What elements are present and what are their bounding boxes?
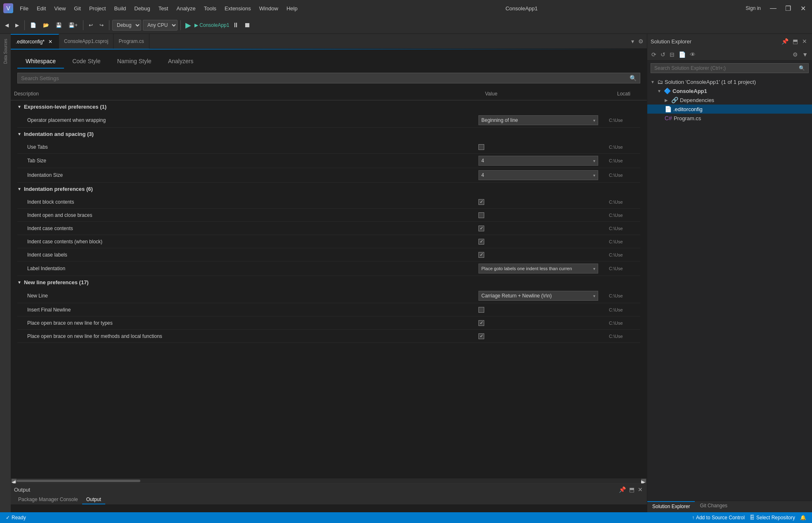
menu-item-help[interactable]: Help: [283, 4, 301, 13]
scrollbar-track[interactable]: [17, 480, 641, 482]
new-project-button[interactable]: 📄: [28, 19, 39, 31]
se-preview-button[interactable]: 👁: [688, 50, 697, 59]
menu-item-test[interactable]: Test: [155, 4, 172, 13]
new-line-dropdown[interactable]: Carriage Return + Newline (\r\n) ▾: [478, 291, 598, 301]
menu-item-project[interactable]: Project: [86, 4, 109, 13]
run-button[interactable]: ▶: [184, 21, 193, 30]
settings-search-input[interactable]: [21, 75, 630, 81]
tab-program[interactable]: Program.cs: [114, 34, 149, 49]
se-filter-button[interactable]: ▼: [800, 50, 810, 59]
notification-bell-button[interactable]: 🔔: [798, 515, 809, 521]
save-button[interactable]: 💾: [53, 19, 64, 31]
se-tab-solution-explorer[interactable]: Solution Explorer: [647, 501, 695, 512]
se-float-button[interactable]: ⬒: [791, 37, 800, 45]
tab-editorconfig[interactable]: .editorconfig* ✕: [11, 34, 59, 49]
indent-braces-checkbox[interactable]: [478, 212, 484, 218]
platform-dropdown[interactable]: Any CPU: [143, 20, 178, 31]
settings-tab-analyzers[interactable]: Analyzers: [160, 55, 201, 69]
row-label-indentation-value: Place goto labels one indent less than c…: [475, 264, 607, 273]
tree-dependencies[interactable]: ▶ 🔗 Dependencies: [647, 95, 812, 105]
settings-tab-whitespace[interactable]: Whitespace: [17, 55, 64, 69]
row-open-brace-methods-desc: Place open brace on new line for methods…: [17, 333, 475, 339]
se-close-button[interactable]: ✕: [800, 37, 809, 45]
output-tab-output[interactable]: Output: [82, 495, 105, 504]
se-new-file-button[interactable]: 📄: [677, 50, 687, 59]
se-tab-git-changes[interactable]: Git Changes: [695, 501, 732, 512]
undo-button[interactable]: ↩: [86, 19, 95, 31]
tree-solution[interactable]: ▼ 🗂 Solution 'ConsoleApp1' (1 of 1 proje…: [647, 77, 812, 86]
menu-item-debug[interactable]: Debug: [131, 4, 153, 13]
menu-item-tools[interactable]: Tools: [201, 4, 220, 13]
se-refresh-button[interactable]: ↺: [659, 50, 667, 59]
status-ready-label: Ready: [12, 515, 26, 521]
se-settings-button[interactable]: ⚙: [791, 50, 800, 59]
indent-case-checkbox[interactable]: ✓: [478, 226, 484, 231]
open-brace-types-checkbox[interactable]: ✓: [478, 320, 484, 326]
sign-in-link[interactable]: Sign in: [742, 4, 764, 13]
menu-item-window[interactable]: Window: [256, 4, 282, 13]
output-panel-title: Output: [14, 487, 30, 493]
menu-item-analyze[interactable]: Analyze: [173, 4, 199, 13]
output-float-button[interactable]: ⬒: [628, 485, 635, 494]
tree-solution-label: Solution 'ConsoleApp1' (1 of 1 project): [665, 79, 756, 85]
indent-case-labels-checkbox[interactable]: ✓: [478, 252, 484, 258]
se-collapse-button[interactable]: ⊟: [668, 50, 676, 59]
tab-list-button[interactable]: ▾: [630, 37, 636, 45]
row-insert-final-newline-location: C:\Use: [607, 307, 640, 312]
menu-item-build[interactable]: Build: [111, 4, 129, 13]
use-tabs-checkbox[interactable]: [478, 144, 484, 150]
stop-button[interactable]: ⏹: [242, 21, 252, 29]
open-button[interactable]: 📂: [40, 19, 52, 31]
scroll-left-button[interactable]: ◀: [12, 479, 17, 483]
output-pin-button[interactable]: 📌: [618, 485, 627, 494]
nav-forward-button[interactable]: ▶: [13, 19, 21, 31]
indentation-size-dropdown[interactable]: 4 ▾: [478, 170, 598, 180]
indent-case-block-checkbox[interactable]: ✓: [478, 239, 484, 245]
tree-project[interactable]: ▼ 🔷 ConsoleApp1: [647, 86, 812, 95]
settings-tab-namingstyle[interactable]: Naming Style: [109, 55, 160, 69]
se-pin-button[interactable]: 📌: [780, 37, 790, 45]
menu-item-edit[interactable]: Edit: [33, 4, 49, 13]
se-sync-button[interactable]: ⟳: [650, 50, 658, 59]
settings-tab-codestyle[interactable]: Code Style: [64, 55, 109, 69]
indent-block-checkbox[interactable]: ✓: [478, 199, 484, 205]
minimize-button[interactable]: —: [767, 2, 779, 14]
tab-settings-button[interactable]: ⚙: [637, 37, 645, 45]
menu-item-extensions[interactable]: Extensions: [221, 4, 254, 13]
section-indentation-spacing[interactable]: ▼ Indentation and spacing (3): [17, 128, 640, 140]
label-indentation-dropdown[interactable]: Place goto labels one indent less than c…: [478, 264, 598, 273]
section-newline-prefs[interactable]: ▼ New line preferences (17): [17, 276, 640, 289]
output-tab-package-manager[interactable]: Package Manager Console: [14, 495, 82, 504]
section-indentation-prefs[interactable]: ▼ Indentation preferences (6): [17, 183, 640, 195]
add-source-control-button[interactable]: ↑ Add to Source Control: [689, 515, 747, 521]
row-open-brace-methods: Place open brace on new line for methods…: [17, 330, 640, 343]
run-label[interactable]: ▶ ConsoleApp1: [194, 22, 229, 28]
tree-program[interactable]: C# Program.cs: [647, 114, 812, 123]
select-repository-button[interactable]: 🗄 Select Repository: [747, 515, 798, 521]
insert-final-newline-checkbox[interactable]: [478, 307, 484, 313]
section-expression-level[interactable]: ▼ Expression-level preferences (1): [17, 100, 640, 113]
menu-item-git[interactable]: Git: [71, 4, 84, 13]
tree-editorconfig[interactable]: 📄 .editorconfig: [647, 105, 812, 114]
menu-item-view[interactable]: View: [51, 4, 69, 13]
nav-back-button[interactable]: ◀: [2, 19, 11, 31]
close-button[interactable]: ✕: [797, 2, 809, 14]
horizontal-scrollbar[interactable]: ◀ ▶: [11, 478, 647, 483]
menu-item-file[interactable]: File: [17, 4, 32, 13]
row-indent-case-labels-desc: Indent case labels: [17, 252, 475, 258]
redo-button[interactable]: ↪: [97, 19, 106, 31]
pause-button[interactable]: ⏸: [231, 21, 241, 29]
output-close-button[interactable]: ✕: [637, 485, 644, 494]
se-search-input[interactable]: [654, 65, 799, 71]
scroll-right-button[interactable]: ▶: [641, 479, 646, 483]
row-indent-braces-value: [475, 212, 607, 218]
scrollbar-thumb[interactable]: [17, 480, 140, 482]
open-brace-methods-checkbox[interactable]: ✓: [478, 333, 484, 339]
tab-editorconfig-close[interactable]: ✕: [47, 38, 54, 45]
save-all-button[interactable]: 💾+: [66, 19, 80, 31]
tab-csproj[interactable]: ConsoleApp1.csproj: [59, 34, 114, 49]
build-config-dropdown[interactable]: Debug: [112, 20, 141, 31]
maximize-button[interactable]: ❐: [782, 2, 794, 14]
operator-placement-dropdown[interactable]: Beginning of line ▾: [478, 115, 598, 125]
tab-size-dropdown[interactable]: 4 ▾: [478, 156, 598, 166]
